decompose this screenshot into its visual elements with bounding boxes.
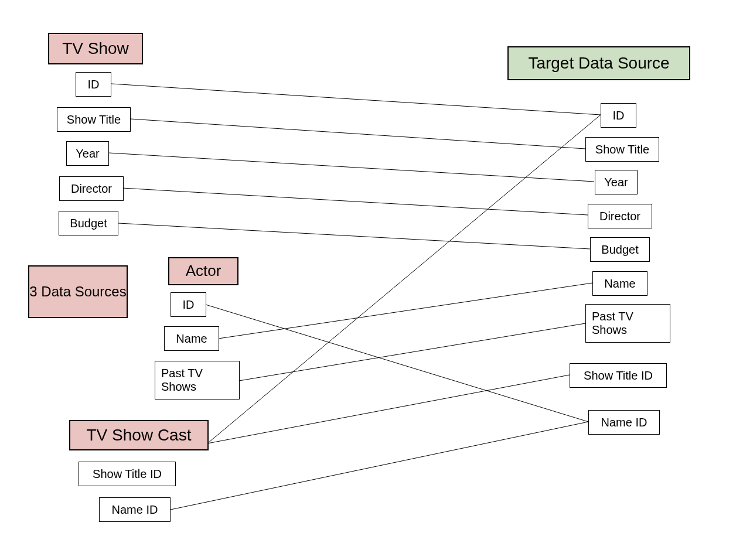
- tvshow-field-director: Director: [59, 176, 124, 201]
- tvshow-field-show-title: Show Title: [57, 107, 131, 132]
- entity-actor-header: Actor: [168, 257, 238, 285]
- target-field-name: Name: [592, 271, 647, 296]
- actor-field-name: Name: [164, 326, 219, 351]
- entity-tvshowcast-header: TV Show Cast: [69, 420, 209, 450]
- target-field-year: Year: [595, 170, 638, 194]
- svg-line-5: [206, 305, 588, 422]
- tvshowcast-field-show-title-id: Show Title ID: [79, 462, 176, 486]
- entity-tvshow-header: TV Show: [48, 33, 143, 64]
- tvshow-field-id: ID: [76, 72, 111, 97]
- target-field-show-title: Show Title: [585, 137, 659, 162]
- svg-line-2: [109, 153, 594, 182]
- svg-line-10: [171, 422, 588, 510]
- target-field-past-tv-shows: Past TV Shows: [585, 304, 670, 343]
- note-3-data-sources: 3 Data Sources: [28, 265, 128, 318]
- target-field-name-id: Name ID: [588, 410, 660, 435]
- svg-line-7: [239, 323, 585, 381]
- actor-field-past-tv-shows: Past TV Shows: [155, 361, 240, 399]
- target-field-id: ID: [601, 103, 636, 128]
- svg-line-1: [131, 119, 585, 149]
- svg-line-9: [207, 375, 570, 443]
- entity-target-header: Target Data Source: [507, 46, 690, 80]
- tvshow-field-budget: Budget: [59, 211, 118, 235]
- svg-line-0: [111, 84, 601, 115]
- target-field-budget: Budget: [590, 237, 650, 262]
- target-field-show-title-id: Show Title ID: [570, 363, 667, 388]
- svg-line-3: [122, 188, 588, 215]
- actor-field-id: ID: [171, 292, 206, 317]
- svg-line-8: [207, 115, 601, 443]
- tvshowcast-field-name-id: Name ID: [99, 497, 171, 522]
- target-field-director: Director: [588, 204, 652, 228]
- tvshow-field-year: Year: [66, 141, 109, 166]
- svg-line-6: [219, 283, 592, 339]
- svg-line-4: [118, 223, 590, 249]
